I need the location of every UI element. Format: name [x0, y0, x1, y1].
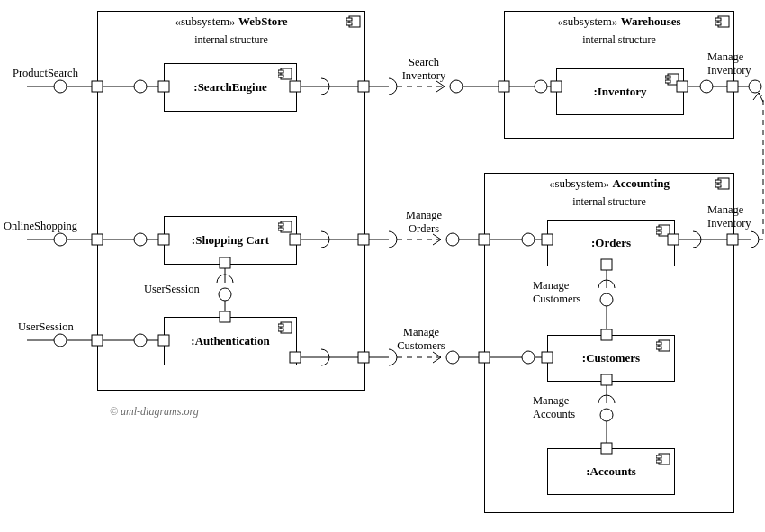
- svg-point-114: [749, 80, 761, 93]
- iface-productsearch-label: ProductSearch: [13, 67, 78, 80]
- iface-managecustomers-ext-label: Manage Customers: [385, 326, 457, 353]
- svg-point-86: [446, 351, 459, 364]
- svg-point-39: [54, 233, 67, 246]
- iface-manageinventory-top-label: Manage Inventory: [707, 50, 765, 77]
- svg-rect-41: [92, 234, 103, 245]
- copyright-label: © uml-diagrams.org: [110, 405, 199, 419]
- svg-point-90: [522, 351, 535, 364]
- svg-rect-118: [727, 234, 738, 245]
- svg-rect-79: [542, 234, 553, 245]
- svg-point-77: [522, 233, 535, 246]
- svg-point-35: [134, 80, 147, 93]
- svg-rect-70: [358, 234, 369, 245]
- connectors-layer: [0, 0, 765, 532]
- svg-rect-75: [479, 234, 490, 245]
- iface-usersession-int-label: UserSession: [144, 283, 200, 296]
- svg-rect-62: [499, 81, 509, 92]
- svg-point-43: [134, 233, 147, 246]
- svg-point-95: [219, 288, 231, 301]
- iface-manageorders-label: Manage Orders: [392, 209, 455, 236]
- svg-rect-97: [220, 311, 230, 322]
- svg-rect-92: [542, 352, 553, 363]
- svg-rect-88: [479, 352, 490, 363]
- svg-point-47: [54, 334, 67, 347]
- svg-rect-103: [601, 374, 612, 385]
- svg-rect-57: [358, 81, 369, 92]
- svg-rect-98: [601, 259, 612, 270]
- diagram-canvas: «subsystem» WebStore internal structure …: [0, 0, 765, 532]
- svg-rect-108: [677, 81, 688, 92]
- svg-rect-115: [668, 234, 679, 245]
- svg-rect-93: [220, 257, 230, 268]
- svg-rect-53: [158, 335, 169, 346]
- svg-rect-49: [92, 335, 103, 346]
- svg-rect-66: [551, 81, 562, 92]
- iface-usersession-ext-label: UserSession: [18, 320, 74, 334]
- svg-rect-45: [158, 234, 169, 245]
- svg-rect-54: [290, 81, 301, 92]
- iface-onlineshopping-label: OnlineShopping: [4, 220, 77, 233]
- svg-rect-80: [290, 352, 301, 363]
- svg-point-51: [134, 334, 147, 347]
- svg-point-110: [700, 80, 713, 93]
- svg-rect-83: [358, 352, 369, 363]
- svg-rect-112: [727, 81, 738, 92]
- svg-rect-107: [601, 443, 612, 454]
- svg-rect-37: [158, 81, 169, 92]
- iface-manageinventory-right-label: Manage Inventory: [707, 203, 765, 230]
- svg-point-64: [535, 80, 547, 93]
- iface-searchinventory-label: Search Inventory: [392, 56, 455, 83]
- svg-rect-33: [92, 81, 103, 92]
- iface-managecustomers-int-label: Manage Customers: [533, 279, 605, 306]
- svg-point-31: [54, 80, 67, 93]
- svg-rect-102: [601, 329, 612, 340]
- svg-rect-67: [290, 234, 301, 245]
- iface-manageaccounts-label: Manage Accounts: [533, 394, 605, 421]
